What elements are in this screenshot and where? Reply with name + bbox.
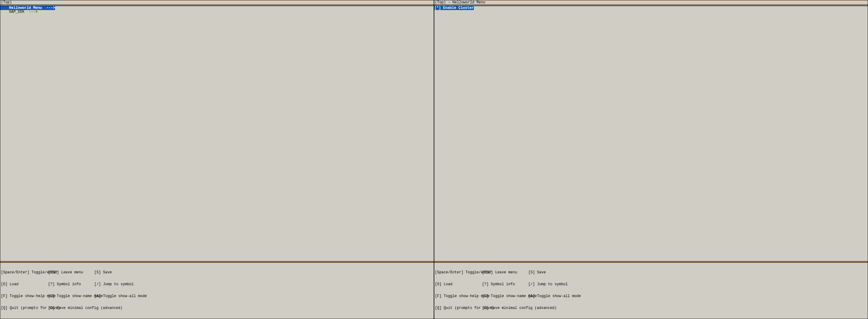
help-leave-menu: [ESC] Leave menu: [482, 270, 528, 274]
help-save-minimal: [D] Save minimal config (advanced): [48, 306, 94, 310]
menu-item-enable-cluster[interactable]: [*] Enable Cluster: [434, 6, 474, 10]
help-show-help: [F] Toggle show-help mode: [1, 294, 48, 298]
help-load: [O] Load: [435, 283, 482, 286]
help-toggle-enter: [Space/Enter] Toggle/enter: [1, 270, 48, 274]
help-toggle-enter: [Space/Enter] Toggle/enter: [435, 270, 482, 274]
help-save: [S] Save: [94, 270, 433, 274]
help-area-left: [Space/Enter] Toggle/enter [ESC] Leave m…: [0, 263, 434, 319]
right-pane: (Top) → Helloworld Menu [*] Enable Clust…: [434, 0, 868, 319]
help-symbol-info: [?] Symbol info: [48, 283, 94, 286]
help-empty: [528, 306, 867, 310]
help-jump-symbol: [/] Jump to symbol: [94, 283, 433, 286]
help-show-help: [F] Toggle show-help mode: [435, 294, 482, 298]
help-jump-symbol: [/] Jump to symbol: [528, 283, 867, 286]
help-area-right: [Space/Enter] Toggle/enter [ESC] Leave m…: [434, 263, 868, 319]
help-show-all: [A] Toggle show-all mode: [528, 294, 867, 298]
help-symbol-info: [?] Symbol info: [482, 283, 528, 286]
breadcrumb-right: (Top) → Helloworld Menu: [434, 0, 868, 5]
help-show-name: [C] Toggle show-name mode: [482, 294, 528, 298]
help-leave-menu: [ESC] Leave menu: [48, 270, 94, 274]
help-save: [S] Save: [528, 270, 867, 274]
menu-area-right[interactable]: [*] Enable Cluster: [434, 6, 868, 261]
help-load: [O] Load: [1, 283, 48, 286]
menu-area-left[interactable]: Helloworld Menu ---> GAP_SDK --->: [0, 6, 434, 261]
breadcrumb-left: (Top): [0, 0, 434, 5]
help-show-name: [C] Toggle show-name mode: [48, 294, 94, 298]
help-quit: [Q] Quit (prompts for save): [1, 306, 48, 310]
help-save-minimal: [D] Save minimal config (advanced): [482, 306, 528, 310]
menu-item-gap-sdk[interactable]: GAP_SDK --->: [0, 10, 37, 14]
left-pane: (Top) Helloworld Menu ---> GAP_SDK ---> …: [0, 0, 434, 319]
help-quit: [Q] Quit (prompts for save): [435, 306, 482, 310]
help-show-all: [A] Toggle show-all mode: [94, 294, 433, 298]
help-empty: [94, 306, 433, 310]
